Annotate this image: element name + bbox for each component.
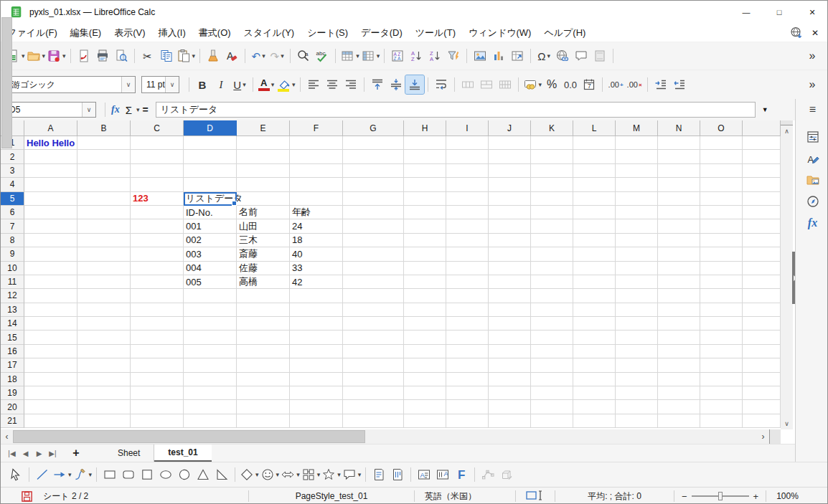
dropdown-arrow-icon[interactable]: ▾ <box>539 81 542 88</box>
cell-M19[interactable] <box>616 386 658 400</box>
basic-shapes-button[interactable]: ▾ <box>239 465 260 484</box>
cell-I17[interactable] <box>446 358 489 372</box>
cell-E17[interactable] <box>237 358 290 372</box>
cell-D3[interactable] <box>184 164 237 178</box>
cell-K21[interactable] <box>531 414 573 428</box>
cell-partial-3[interactable] <box>743 164 781 178</box>
cell-partial-13[interactable] <box>743 303 781 317</box>
cell-G4[interactable] <box>343 178 404 191</box>
cell-B6[interactable] <box>77 206 131 219</box>
horizontal-scrollbar[interactable]: ‹ › <box>1 429 781 444</box>
bold-button[interactable]: B <box>193 75 212 94</box>
cell-K16[interactable] <box>531 345 573 358</box>
cell-B20[interactable] <box>77 400 131 414</box>
cell-H7[interactable] <box>404 219 446 233</box>
cell-O15[interactable] <box>700 331 743 344</box>
dropdown-arrow-icon[interactable]: ▾ <box>136 106 140 113</box>
cell-K5[interactable] <box>531 192 573 206</box>
cell-M3[interactable] <box>616 164 658 178</box>
dropdown-arrow-icon[interactable]: ▾ <box>22 52 25 60</box>
cell-C16[interactable] <box>131 345 184 358</box>
cell-C5[interactable]: 123 <box>131 192 184 206</box>
cell-N19[interactable] <box>658 386 700 400</box>
cell-A16[interactable] <box>24 345 77 358</box>
number-format-button[interactable]: 0.0 <box>561 75 580 94</box>
cell-I15[interactable] <box>446 331 489 344</box>
cell-M20[interactable] <box>616 400 658 414</box>
cell-A6[interactable] <box>24 206 77 219</box>
print-preview-button[interactable] <box>112 47 131 65</box>
spreadsheet-grid[interactable]: ABCDEFGHIJKLMNO1Hello Hello2345123リストデータ… <box>1 120 781 429</box>
align-center-button[interactable] <box>323 75 342 94</box>
cell-D5[interactable]: リストデータ <box>184 192 237 206</box>
curve-polygon-button[interactable]: ▾ <box>72 465 93 484</box>
cell-L12[interactable] <box>573 289 616 303</box>
cell-M21[interactable] <box>616 414 658 428</box>
align-left-button[interactable] <box>304 75 323 94</box>
row-header-17[interactable]: 17 <box>1 358 24 372</box>
cell-partial-9[interactable] <box>743 247 781 261</box>
cell-C4[interactable] <box>131 178 184 191</box>
add-decimal-place-button[interactable]: .00+ <box>606 75 625 94</box>
sheet-count-status[interactable]: シート 2 / 2 <box>33 490 248 503</box>
cell-B4[interactable] <box>77 178 131 191</box>
column-header-I[interactable]: I <box>446 120 489 136</box>
cell-O18[interactable] <box>700 373 743 386</box>
text-box-vertical-button[interactable] <box>388 465 407 484</box>
cell-partial-10[interactable] <box>743 262 781 275</box>
cell-partial-2[interactable] <box>743 150 781 163</box>
cell-D6[interactable]: ID-No. <box>184 206 237 219</box>
column-header-D[interactable]: D <box>184 120 237 136</box>
cell-L19[interactable] <box>573 386 616 400</box>
cell-O1[interactable] <box>700 136 743 150</box>
cell-K13[interactable] <box>531 303 573 317</box>
cell-M13[interactable] <box>616 303 658 317</box>
row-header-3[interactable]: 3 <box>1 164 24 178</box>
cell-E12[interactable] <box>237 289 290 303</box>
cell-partial-12[interactable] <box>743 289 781 303</box>
sidebar-tab-navigator[interactable] <box>796 191 828 212</box>
column-header-H[interactable]: H <box>404 120 446 136</box>
cell-L17[interactable] <box>573 358 616 372</box>
cell-G2[interactable] <box>343 150 404 163</box>
cell-H15[interactable] <box>404 331 446 344</box>
cell-L3[interactable] <box>573 164 616 178</box>
cell-E4[interactable] <box>237 178 290 191</box>
cell-M16[interactable] <box>616 345 658 358</box>
cell-N7[interactable] <box>658 219 700 233</box>
dropdown-arrow-icon[interactable]: ▾ <box>276 471 280 478</box>
cell-J5[interactable] <box>489 192 531 206</box>
cell-J8[interactable] <box>489 234 531 247</box>
cell-O21[interactable] <box>700 414 743 428</box>
cell-I13[interactable] <box>446 303 489 317</box>
cell-C19[interactable] <box>131 386 184 400</box>
cell-J10[interactable] <box>489 262 531 275</box>
cell-B10[interactable] <box>77 262 131 275</box>
circle-button[interactable] <box>175 465 194 484</box>
cell-partial-19[interactable] <box>743 386 781 400</box>
add-sheet-button[interactable]: + <box>67 447 85 460</box>
cell-J11[interactable] <box>489 275 531 289</box>
insert-vertical-text-button[interactable]: A <box>433 465 452 484</box>
cell-I7[interactable] <box>446 219 489 233</box>
find-replace-button[interactable]: a <box>294 47 313 65</box>
cell-H17[interactable] <box>404 358 446 372</box>
cell-I12[interactable] <box>446 289 489 303</box>
cell-J18[interactable] <box>489 373 531 386</box>
cell-A3[interactable] <box>24 164 77 178</box>
cell-H19[interactable] <box>404 386 446 400</box>
cell-C3[interactable] <box>131 164 184 178</box>
cell-G12[interactable] <box>343 289 404 303</box>
cell-N20[interactable] <box>658 400 700 414</box>
cell-E15[interactable] <box>237 331 290 344</box>
cell-F21[interactable] <box>290 414 343 428</box>
cell-G20[interactable] <box>343 400 404 414</box>
cell-M10[interactable] <box>616 262 658 275</box>
cell-O5[interactable] <box>700 192 743 206</box>
cell-M14[interactable] <box>616 317 658 331</box>
cell-J13[interactable] <box>489 303 531 317</box>
cell-M12[interactable] <box>616 289 658 303</box>
sort-descending-button[interactable]: ZA <box>425 47 444 65</box>
cell-L5[interactable] <box>573 192 616 206</box>
cell-K2[interactable] <box>531 150 573 163</box>
